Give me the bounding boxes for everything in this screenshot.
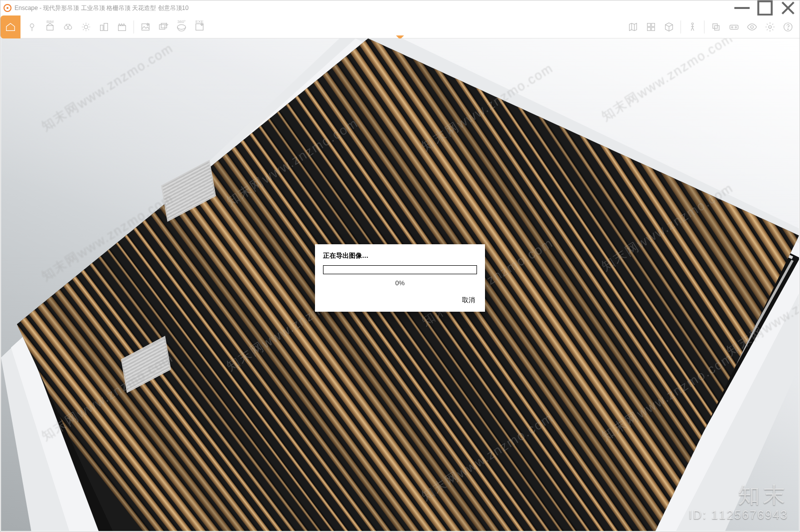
- toolbar: BIM360°EXE: [0, 15, 800, 38]
- app-window: Enscape - 现代异形吊顶 工业吊顶 格栅吊顶 天花造型 创意吊顶10 B…: [0, 0, 800, 532]
- svg-rect-23: [714, 25, 719, 30]
- export-dialog: 正在导出图像… 0% 取消: [315, 244, 485, 312]
- svg-rect-13: [160, 24, 165, 29]
- binoculars-button[interactable]: [60, 18, 76, 35]
- svg-point-7: [68, 25, 72, 29]
- svg-rect-5: [47, 25, 54, 30]
- toolbar-right: [624, 18, 796, 35]
- titlebar-left: Enscape - 现代异形吊顶 工业吊顶 格栅吊顶 天花造型 创意吊顶10: [4, 4, 188, 12]
- grid-button[interactable]: [642, 18, 660, 35]
- app-logo-icon: [4, 4, 12, 12]
- minimize-button[interactable]: [730, 0, 754, 15]
- svg-point-28: [768, 25, 772, 28]
- app-title: Enscape - 现代异形吊顶 工业吊顶 格栅吊顶 天花造型 创意吊顶10: [14, 4, 188, 12]
- watermark-brand-cn: 知末: [688, 481, 788, 510]
- svg-point-27: [750, 25, 754, 28]
- toolbar-separator: [134, 20, 134, 33]
- depth-button[interactable]: [708, 18, 724, 35]
- svg-rect-24: [730, 25, 738, 29]
- svg-point-15: [178, 24, 186, 29]
- svg-point-4: [30, 23, 34, 27]
- cancel-button[interactable]: 取消: [460, 294, 477, 307]
- help-button[interactable]: [780, 18, 796, 35]
- svg-point-6: [64, 25, 68, 29]
- sun-button[interactable]: [78, 18, 94, 35]
- svg-rect-20: [652, 27, 654, 30]
- svg-point-26: [735, 26, 736, 27]
- svg-rect-1: [758, 1, 772, 15]
- maximize-button[interactable]: [754, 0, 776, 15]
- home-button[interactable]: [0, 15, 20, 38]
- eye-button[interactable]: [744, 18, 760, 35]
- toolbar-badge: EXE: [196, 19, 204, 24]
- progress-bar: [323, 265, 477, 274]
- viewport-3d[interactable]: 知末网www.znzmo.com知末网www.znzmo.com知末网www.z…: [1, 38, 799, 531]
- watermark-id: ID: 1125676943: [688, 508, 788, 522]
- toolbar-left: BIM360°EXE: [4, 18, 208, 35]
- titlebar: Enscape - 现代异形吊顶 工业吊顶 格栅吊顶 天花造型 创意吊顶10: [0, 0, 800, 15]
- svg-rect-18: [652, 23, 654, 26]
- export-batch-button[interactable]: [155, 18, 172, 35]
- svg-rect-19: [648, 27, 650, 30]
- close-button[interactable]: [776, 0, 800, 15]
- buildings-button[interactable]: [96, 18, 112, 35]
- toolbar-separator: [680, 20, 681, 33]
- svg-point-21: [692, 22, 694, 24]
- cube-button[interactable]: [660, 18, 678, 35]
- progress-percent-label: 0%: [323, 279, 477, 287]
- export-dialog-title: 正在导出图像…: [323, 251, 477, 260]
- gear-button[interactable]: [762, 18, 778, 35]
- vr-button[interactable]: [726, 18, 742, 35]
- window-controls: [730, 0, 800, 15]
- toolbar-badge: BIM: [46, 19, 54, 24]
- svg-rect-11: [118, 25, 126, 30]
- walk-button[interactable]: [684, 18, 701, 35]
- export-image-button[interactable]: [137, 18, 154, 35]
- svg-rect-14: [161, 23, 166, 27]
- svg-point-30: [788, 28, 788, 29]
- svg-rect-22: [713, 23, 718, 28]
- svg-rect-10: [104, 23, 108, 30]
- watermark-brand: 知末 ID: 1125676943: [688, 481, 788, 522]
- bim-button[interactable]: BIM: [42, 18, 58, 35]
- svg-rect-9: [100, 25, 104, 30]
- clapper-button[interactable]: [114, 18, 130, 35]
- svg-point-25: [732, 26, 733, 27]
- pano-360-button[interactable]: 360°: [173, 18, 190, 35]
- svg-rect-17: [648, 23, 650, 26]
- export-exe-button[interactable]: EXE: [191, 18, 208, 35]
- toolbar-separator: [704, 20, 704, 33]
- pin-button[interactable]: [24, 18, 40, 35]
- svg-point-8: [84, 25, 88, 28]
- map-button[interactable]: [624, 18, 642, 35]
- toolbar-badge: 360°: [178, 19, 186, 24]
